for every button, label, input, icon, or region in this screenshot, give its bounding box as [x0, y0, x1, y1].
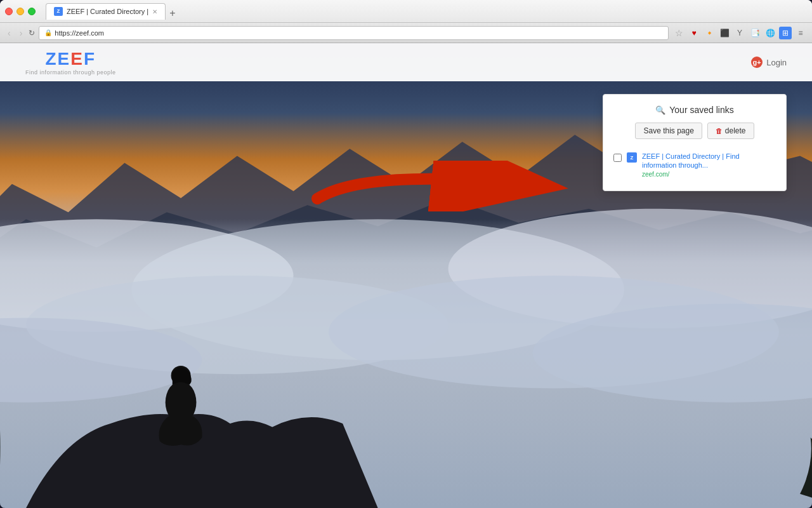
zeef-logo-sub: Find information through people — [25, 69, 116, 76]
traffic-lights — [5, 8, 36, 15]
lock-icon: 🔒 — [44, 29, 52, 36]
close-traffic-light[interactable] — [5, 8, 13, 15]
login-label: Login — [766, 58, 787, 67]
extension-icon-3[interactable]: ⬛ — [718, 27, 731, 39]
link-title[interactable]: ZEEF | Curated Directory | Find informat… — [642, 152, 776, 170]
logo-letter-e1: E — [58, 49, 71, 69]
menu-icon[interactable]: ≡ — [794, 27, 807, 39]
maximize-traffic-light[interactable] — [28, 8, 36, 15]
extension-icon-1[interactable]: ♥ — [688, 27, 700, 39]
site-header: ZEEF Find information through people g+ … — [0, 43, 812, 81]
link-info: ZEEF | Curated Directory | Find informat… — [642, 152, 776, 178]
popup-search-icon: 🔍 — [655, 105, 665, 115]
popup-title-text: Your saved links — [669, 105, 733, 115]
active-tab[interactable]: Z ZEEF | Curated Directory | ✕ — [46, 3, 166, 20]
bookmark-star-icon[interactable]: ☆ — [672, 27, 685, 39]
trash-icon: 🗑 — [716, 127, 723, 135]
browser-content: ZEEF Find information through people g+ … — [0, 43, 812, 508]
tab-bar: Z ZEEF | Curated Directory | ✕ + — [46, 3, 180, 20]
popup-title: 🔍 Your saved links — [613, 105, 776, 115]
tab-favicon: Z — [54, 7, 63, 16]
login-button[interactable]: g+ Login — [751, 57, 787, 68]
saved-link-item: Z ZEEF | Curated Directory | Find inform… — [613, 149, 776, 180]
new-tab-button[interactable]: + — [166, 7, 179, 20]
tab-close-btn[interactable]: ✕ — [152, 8, 157, 15]
zeef-logo-text: ZEEF — [46, 49, 96, 69]
extension-icon-4[interactable]: Y — [733, 27, 746, 39]
saved-links-popup: 🔍 Your saved links Save this page 🗑 dele… — [603, 94, 787, 191]
extension-icon-2[interactable]: 🔸 — [703, 27, 716, 39]
toolbar-icons: ☆ ♥ 🔸 ⬛ Y 📑 🌐 ⊞ ≡ — [672, 27, 807, 39]
mac-window: Z ZEEF | Curated Directory | ✕ + ‹ › ↻ 🔒… — [0, 0, 812, 508]
logo-letter-f: F — [84, 49, 96, 69]
link-url: zeef.com/ — [642, 171, 776, 178]
save-page-button[interactable]: Save this page — [635, 123, 702, 139]
delete-label: delete — [725, 126, 746, 135]
minimize-traffic-light[interactable] — [16, 8, 24, 15]
extension-icon-6[interactable]: 🌐 — [764, 27, 776, 39]
extension-icon-5[interactable]: 📑 — [749, 27, 761, 39]
logo-letter-z: Z — [46, 49, 58, 69]
zeef-logo: ZEEF Find information through people — [25, 49, 116, 76]
logo-letter-e2: E — [70, 49, 84, 69]
link-checkbox[interactable] — [613, 154, 622, 162]
title-bar: Z ZEEF | Curated Directory | ✕ + — [0, 0, 812, 23]
address-input[interactable]: 🔒 https://zeef.com — [39, 26, 669, 40]
refresh-button[interactable]: ↻ — [29, 29, 35, 37]
link-favicon: Z — [627, 152, 637, 163]
forward-button[interactable]: › — [17, 27, 25, 39]
red-arrow — [304, 161, 571, 211]
delete-button[interactable]: 🗑 delete — [707, 123, 754, 139]
grid-extension-icon[interactable]: ⊞ — [779, 27, 792, 39]
back-button[interactable]: ‹ — [5, 27, 13, 39]
popup-actions: Save this page 🗑 delete — [613, 123, 776, 139]
url-display: https://zeef.com — [55, 29, 104, 37]
address-bar: ‹ › ↻ 🔒 https://zeef.com ☆ ♥ 🔸 ⬛ Y 📑 🌐 ⊞… — [0, 23, 812, 43]
tab-title: ZEEF | Curated Directory | — [67, 8, 148, 15]
google-icon: g+ — [751, 57, 763, 68]
